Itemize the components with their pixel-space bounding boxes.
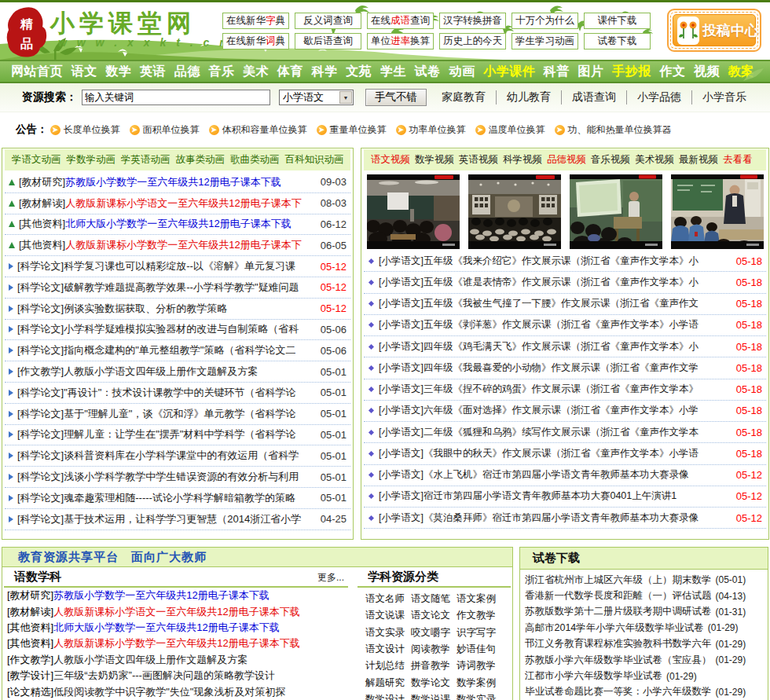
nav-item[interactable]: 科学 bbox=[312, 64, 338, 80]
animation-category-link[interactable]: 歌曲类动画 bbox=[230, 153, 280, 167]
video-thumbnail-lecture-hall[interactable] bbox=[468, 174, 561, 249]
article-list-item[interactable]: [科学论文]"再设计"：技术设计课教学中的关键环节（省科学论 05-01 bbox=[5, 383, 350, 404]
announcement-link[interactable]: ➤ 功率单位换算 bbox=[396, 123, 466, 137]
animation-category-link[interactable]: 百科知识动画 bbox=[285, 153, 344, 167]
nav-item[interactable]: 科普 bbox=[544, 64, 570, 80]
announcement-link[interactable]: ➤ 温度单位换算 bbox=[475, 123, 545, 137]
submit-center-button[interactable]: 投稿中心 bbox=[667, 9, 761, 52]
quick-link-button[interactable]: 在线新华词典 bbox=[222, 33, 289, 49]
animation-category-link[interactable]: 学英语动画 bbox=[121, 153, 170, 167]
video-category-link[interactable]: 英语视频 bbox=[459, 153, 498, 167]
header-category-link[interactable]: 小学音乐 bbox=[691, 90, 746, 104]
exam-paper-item[interactable]: 浙江省杭州市上城区六年级（上）期末数学 (05-01) bbox=[520, 572, 768, 588]
nav-item[interactable]: 美术 bbox=[243, 64, 269, 80]
quick-link-button[interactable]: 十万个为什么 bbox=[512, 13, 578, 29]
quick-link-button[interactable]: 学生学习动画 bbox=[512, 33, 578, 49]
header-category-link[interactable]: 小学品德 bbox=[626, 90, 681, 104]
video-list-item[interactable]: [小学语文]二年级《狐狸和乌鸦》续写作文展示课（浙江省《童声作文学本 05-18 bbox=[364, 422, 766, 443]
resource-category-link[interactable]: 阅读教学 bbox=[411, 641, 456, 658]
article-list-item[interactable]: [科学论文]科学复习课也可以精彩绽放--以《溶解》单元复习课 05-12 bbox=[5, 256, 350, 277]
subject-article-item[interactable]: [教材研究]苏教版小学数学一至六年级共12册电子课本下载 bbox=[4, 588, 348, 603]
header-category-link[interactable]: 家庭教育 bbox=[442, 90, 486, 104]
header-category-link[interactable]: 成语查询 bbox=[561, 90, 616, 104]
exam-paper-item[interactable]: 苏教版数学第十二册片级联考期中调研试卷 (01-31) bbox=[520, 604, 768, 620]
resource-category-link[interactable]: 数学设计 bbox=[365, 691, 411, 700]
resource-category-link[interactable]: 语文论文 bbox=[411, 607, 456, 624]
video-list-item[interactable]: [小学语文]《我眼中的秋天》作文展示课（浙江省《童声作文学本》小学语 05-18 bbox=[364, 443, 766, 464]
quick-link-button[interactable]: 反义词查询 bbox=[295, 13, 361, 29]
resource-category-link[interactable]: 计划总结 bbox=[365, 658, 411, 674]
nav-item[interactable]: 体育 bbox=[277, 64, 303, 80]
resource-category-link[interactable]: 解题研究 bbox=[365, 674, 411, 691]
video-list-item[interactable]: [小学语文]五年级《我被生气撞了一下腰》作文展示课（浙江省《童声作文 05-18 bbox=[364, 294, 766, 315]
animation-category-link[interactable]: 学数学动画 bbox=[67, 153, 116, 167]
quick-link-button[interactable]: 汉字转换拼音 bbox=[439, 13, 506, 29]
more-link[interactable]: 更多... bbox=[317, 571, 348, 585]
subject-article-item[interactable]: [其他资料]北师大版小学数学一至六年级共12册电子课本下载 bbox=[4, 620, 348, 636]
article-list-item[interactable]: [科学论文]例谈实验数据获取、分析的教学策略 05-12 bbox=[5, 299, 350, 320]
exam-paper-item[interactable]: 高邮市2014学年小学六年级数学毕业试卷 (01-29) bbox=[520, 620, 768, 636]
site-title[interactable]: 小学课堂网 bbox=[50, 7, 196, 40]
video-category-link[interactable]: 数学视频 bbox=[415, 153, 454, 167]
article-list-item[interactable]: [科学论文]小学科学疑难模拟实验器材的改进与自制策略（省科 05-06 bbox=[5, 320, 350, 341]
header-category-link[interactable]: 幼儿教育 bbox=[496, 90, 551, 104]
exam-paper-item[interactable]: 苏教版小学六年级数学毕业试卷（宝应县） (01-29) bbox=[520, 652, 768, 668]
article-list-item[interactable]: [科学论文]指向概念建构的"单元整组教学"策略（省科学论文二 05-06 bbox=[5, 340, 350, 361]
nav-item[interactable]: 语文 bbox=[72, 64, 97, 80]
video-thumbnail-classroom-1[interactable] bbox=[367, 174, 460, 249]
resource-category-link[interactable]: 数学实录 bbox=[456, 691, 502, 700]
quick-link-button[interactable]: 试卷下载 bbox=[584, 33, 651, 49]
video-thumbnail-classroom-3[interactable] bbox=[671, 174, 764, 249]
video-list-item[interactable]: [小学语文]五年级《谁是表情帝》作文展示课（浙江省《童声作文学本》小 05-18 bbox=[364, 272, 766, 293]
exam-paper-item[interactable]: 香港新一代数学長度和距離（一）评估试题 (04-13) bbox=[520, 588, 768, 603]
resource-category-link[interactable]: 拼音教学 bbox=[411, 658, 456, 674]
subject-article-item[interactable]: [其他资料]人教版新课标小学数学一至六年级共12册电子课本下载 bbox=[4, 636, 348, 651]
nav-item[interactable]: 试卷 bbox=[415, 64, 441, 80]
article-list-item[interactable]: [科学论文]破解教学难题提高教学效果--小学科学教学"疑难问题 05-12 bbox=[5, 277, 350, 299]
video-list-item[interactable]: [小学语文]六年级《面对选择》作文展示课（浙江省《童声作文学本》小学 05-18 bbox=[364, 401, 766, 422]
resource-category-link[interactable]: 语文设计 bbox=[365, 641, 411, 658]
video-list-item[interactable]: [小学语文]宿迁市第四届小学语文青年教师基本功大赛0401上午演讲1 05-12 bbox=[364, 486, 766, 508]
resource-category-link[interactable]: 咬文嚼字 bbox=[411, 625, 456, 641]
resource-category-link[interactable]: 作文教学 bbox=[456, 607, 502, 624]
nav-item[interactable]: 学生 bbox=[380, 64, 406, 80]
category-select[interactable]: 小学语文 ▼ bbox=[279, 90, 354, 105]
search-input[interactable] bbox=[82, 90, 270, 105]
article-list-item[interactable]: [教材解读]人教版新课标小学语文一至六年级共12册电子课本下 08-03 bbox=[5, 193, 350, 214]
nav-item[interactable]: 视频 bbox=[694, 64, 720, 80]
subject-article-item[interactable]: [作文教学]人教版小学语文四年级上册作文题解及方案 bbox=[4, 652, 348, 668]
lucky-button[interactable]: 手气不错 bbox=[365, 89, 427, 106]
nav-item[interactable]: 手抄报 bbox=[612, 64, 651, 80]
nav-item[interactable]: 音乐 bbox=[209, 64, 235, 80]
animation-category-link[interactable]: 故事类动画 bbox=[176, 153, 226, 167]
video-category-link[interactable]: 最新视频 bbox=[679, 153, 718, 167]
nav-item[interactable]: 英语 bbox=[140, 64, 166, 80]
quick-link-button[interactable]: 在线新华字典 bbox=[222, 13, 289, 29]
article-list-item[interactable]: [教材研究]苏教版小学数学一至六年级共12册电子课本下载 09-03 bbox=[5, 172, 350, 193]
nav-item[interactable]: 文苑 bbox=[346, 64, 372, 80]
video-list-item[interactable]: [小学语文]五年级《我来介绍它》作文展示课（浙江省《童声作文学本》小 05-18 bbox=[364, 251, 766, 272]
animation-category-link[interactable]: 学语文动画 bbox=[12, 153, 61, 167]
article-list-item[interactable]: [作文教学]人教版小学语文四年级上册作文题解及方案 05-01 bbox=[5, 361, 350, 383]
video-category-link[interactable]: 科学视频 bbox=[503, 153, 542, 167]
exam-paper-item[interactable]: 邗江义务教育课程标准实验教科书数学六年 (01-29) bbox=[520, 636, 768, 652]
article-list-item[interactable]: [科学论文]魂牵趣萦理相随-----试论小学科学解暗箱教学的策略 05-01 bbox=[5, 488, 350, 509]
announcement-link[interactable]: ➤ 重量单位换算 bbox=[317, 123, 387, 137]
announcement-link[interactable]: ➤ 体积和容量单位换算 bbox=[209, 123, 307, 137]
resource-category-link[interactable]: 语文名师 bbox=[365, 591, 411, 607]
resource-category-link[interactable]: 数学论文 bbox=[411, 674, 456, 691]
nav-item[interactable]: 数学 bbox=[105, 64, 131, 80]
nav-item[interactable]: 图片 bbox=[578, 64, 604, 80]
video-thumbnail-classroom-2[interactable] bbox=[570, 174, 662, 249]
resource-category-link[interactable]: 数学案例 bbox=[456, 674, 502, 691]
article-list-item[interactable]: [科学论文]基于技术运用，让科学学习更智慧（2014浙江省小学 04-25 bbox=[5, 509, 350, 530]
quick-link-button[interactable]: 课件下载 bbox=[584, 13, 651, 29]
quick-link-button[interactable]: 历史上的今天 bbox=[439, 33, 506, 49]
video-list-item[interactable]: [小学语文]三年级《捏不碎的鸡蛋》作文展示课（浙江省《童声作文学本》 05-18 bbox=[364, 379, 766, 401]
video-category-link[interactable]: 语文视频 bbox=[371, 153, 410, 167]
nav-item[interactable]: 小学课件 bbox=[483, 64, 535, 80]
nav-item[interactable]: 作文 bbox=[659, 64, 685, 80]
video-list-item[interactable]: [小学语文]四年级《鸡毛满天飞》作文展示课（浙江省《童声作文学本》小 05-18 bbox=[364, 336, 766, 357]
resource-category-link[interactable]: 语文案例 bbox=[456, 591, 502, 607]
exam-paper-item[interactable]: 毕业试卷命题比赛一等奖：小学六年级数学 (01-29) bbox=[520, 684, 768, 700]
